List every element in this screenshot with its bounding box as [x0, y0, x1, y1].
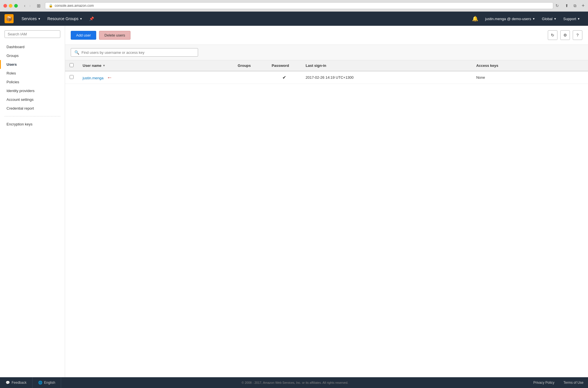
table-header-checkbox: [65, 60, 78, 71]
refresh-button[interactable]: ↻: [548, 30, 557, 40]
browser-url-bar[interactable]: 🔒 console.aws.amazon.com: [45, 2, 553, 9]
select-all-checkbox[interactable]: [70, 63, 74, 67]
aws-topnav: 📦 Services ▼ Resource Groups ▼ 📌 🔔 justi…: [0, 12, 588, 26]
table-header-row: User name ▼ Groups Password Last sign-in: [65, 60, 588, 71]
sidebar-item-groups[interactable]: Groups: [0, 51, 65, 60]
table-header-access-keys: Access keys: [472, 60, 588, 71]
topnav-user-caret-icon: ▼: [532, 17, 535, 20]
aws-logo-icon: 📦: [6, 16, 12, 22]
settings-button[interactable]: ⚙: [560, 30, 570, 40]
feedback-button[interactable]: 💬 Feedback: [0, 377, 33, 388]
topnav-region-caret-icon: ▼: [554, 17, 557, 20]
lock-icon: 🔒: [49, 4, 53, 8]
browser-sidebar-btn[interactable]: ⊞: [35, 3, 43, 9]
row-access-keys-value: None: [476, 75, 485, 80]
pin-icon: 📌: [89, 16, 94, 21]
password-col-label: Password: [272, 63, 289, 68]
table-header: User name ▼ Groups Password Last sign-in: [65, 60, 588, 71]
topnav-resource-groups[interactable]: Resource Groups ▼: [44, 12, 86, 26]
sidebar: Dashboard Groups Users Roles Policies Id…: [0, 26, 65, 377]
sidebar-item-account-settings[interactable]: Account settings: [0, 95, 65, 104]
sidebar-item-users[interactable]: Users: [0, 60, 65, 69]
row-username-cell: justin.menga ←: [78, 71, 233, 84]
password-checkmark-icon: ✔: [282, 75, 286, 80]
annotation-arrow-icon: ←: [107, 74, 112, 81]
topnav-bell[interactable]: 🔔: [469, 16, 482, 22]
user-link[interactable]: justin.menga: [83, 76, 104, 80]
topnav-user-menu[interactable]: justin.menga @ demo-users ▼: [482, 17, 538, 21]
terms-of-use-link[interactable]: Terms of Use: [559, 381, 588, 385]
url-text: console.aws.amazon.com: [55, 4, 94, 8]
minimize-window-btn[interactable]: [9, 4, 12, 8]
footer-copyright: © 2008 - 2017, Amazon Web Services, Inc.…: [61, 381, 529, 384]
page-footer: 💬 Feedback 🌐 English © 2008 - 2017, Amaz…: [0, 377, 588, 388]
sidebar-item-credential-report[interactable]: Credential report: [0, 104, 65, 113]
topnav-support-label: Support: [563, 17, 576, 21]
user-search-input[interactable]: [81, 50, 194, 55]
row-password-cell: ✔: [267, 71, 301, 84]
main-layout: Dashboard Groups Users Roles Policies Id…: [0, 26, 588, 377]
browser-reload-btn[interactable]: ↻: [555, 3, 559, 8]
sidebar-search-wrap: [0, 30, 65, 42]
table-row: justin.menga ← ✔ 2017-02-26 14:19 UTC+13…: [65, 71, 588, 84]
row-checkbox-cell: [65, 71, 78, 84]
language-selector[interactable]: 🌐 English: [33, 377, 61, 388]
feedback-label: Feedback: [12, 381, 27, 385]
row-checkbox[interactable]: [70, 75, 74, 79]
search-icon: 🔍: [74, 50, 79, 55]
row-last-signin-value: 2017-02-26 14:19 UTC+1300: [306, 75, 353, 80]
sort-arrow-icon: ▼: [102, 64, 105, 67]
last-signin-col-label: Last sign-in: [306, 63, 326, 68]
search-bar: 🔍: [71, 48, 198, 57]
topnav-support-caret-icon: ▼: [577, 17, 580, 20]
browser-action-buttons: ⬆ ⧉: [563, 3, 578, 9]
topnav-services-caret-icon: ▼: [38, 17, 41, 20]
access-keys-col-label: Access keys: [476, 63, 498, 68]
sidebar-item-encryption-keys[interactable]: Encryption keys: [0, 120, 65, 129]
browser-share-btn[interactable]: ⬆: [563, 3, 570, 9]
topnav-user-label: justin.menga @ demo-users: [485, 17, 531, 21]
browser-new-tab-btn[interactable]: +: [581, 3, 585, 9]
privacy-policy-link[interactable]: Privacy Policy: [529, 381, 559, 385]
table-header-last-signin: Last sign-in: [301, 60, 472, 71]
topnav-region-label: Global: [542, 17, 553, 21]
search-iam-input[interactable]: [5, 30, 60, 38]
feedback-icon: 💬: [6, 381, 10, 385]
footer-left: 💬 Feedback 🌐 English: [0, 377, 61, 388]
table-body: justin.menga ← ✔ 2017-02-26 14:19 UTC+13…: [65, 71, 588, 84]
topnav-region-menu[interactable]: Global ▼: [538, 17, 560, 21]
row-last-signin-cell: 2017-02-26 14:19 UTC+1300: [301, 71, 472, 84]
sidebar-item-dashboard[interactable]: Dashboard: [0, 42, 65, 51]
sidebar-item-identity-providers[interactable]: Identity providers: [0, 86, 65, 95]
browser-window-controls: [3, 4, 18, 8]
topnav-support-menu[interactable]: Support ▼: [560, 17, 583, 21]
search-bar-wrap: 🔍: [65, 45, 588, 60]
browser-forward-btn[interactable]: ›: [28, 3, 33, 8]
globe-icon: 🌐: [38, 381, 42, 385]
table-header-username[interactable]: User name ▼: [78, 60, 233, 71]
footer-right: Privacy Policy Terms of Use: [529, 381, 588, 385]
topnav-pin[interactable]: 📌: [86, 12, 97, 26]
help-button[interactable]: ?: [573, 30, 582, 40]
delete-users-button[interactable]: Delete users: [99, 31, 130, 40]
table-header-groups: Groups: [233, 60, 267, 71]
sidebar-nav: Dashboard Groups Users Roles Policies Id…: [0, 42, 65, 113]
aws-logo[interactable]: 📦: [5, 14, 14, 23]
browser-back-btn[interactable]: ‹: [22, 3, 27, 8]
topnav-services[interactable]: Services ▼: [18, 12, 44, 26]
sidebar-nav-bottom: Encryption keys: [0, 120, 65, 129]
add-user-button[interactable]: Add user: [71, 31, 96, 40]
sidebar-item-roles[interactable]: Roles: [0, 69, 65, 78]
sidebar-item-policies[interactable]: Policies: [0, 78, 65, 86]
close-window-btn[interactable]: [3, 4, 7, 8]
browser-chrome: ‹ › ⊞ 🔒 console.aws.amazon.com ↻ ⬆ ⧉ +: [0, 0, 588, 12]
username-col-label: User name: [83, 63, 101, 68]
main-content: Add user Delete users ↻ ⚙ ? 🔍: [65, 26, 588, 377]
browser-arrange-btn[interactable]: ⧉: [572, 3, 578, 9]
copyright-text: © 2008 - 2017, Amazon Web Services, Inc.…: [242, 381, 348, 384]
maximize-window-btn[interactable]: [14, 4, 18, 8]
content-toolbar: Add user Delete users ↻ ⚙ ?: [65, 26, 588, 45]
users-table: User name ▼ Groups Password Last sign-in: [65, 60, 588, 84]
language-label: English: [44, 381, 55, 385]
topnav-services-label: Services: [22, 16, 37, 21]
